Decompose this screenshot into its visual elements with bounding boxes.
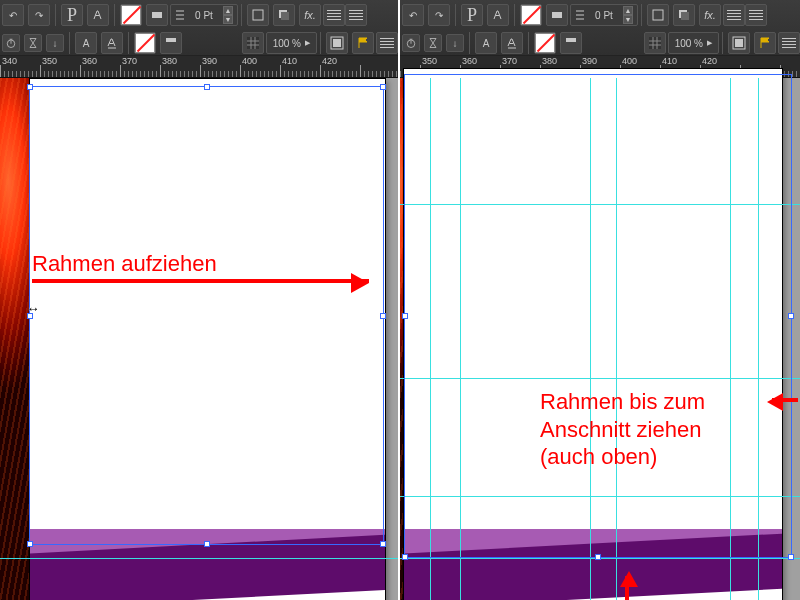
rect-shape-icon[interactable]	[647, 4, 669, 26]
rect-shape-icon[interactable]	[247, 4, 269, 26]
svg-rect-0	[152, 12, 162, 18]
hourglass-icon[interactable]	[24, 34, 42, 52]
horizontal-ruler[interactable]: 340 350 360 370 380 390 400 410 420	[0, 56, 398, 78]
opacity-value: 100 %	[675, 38, 703, 49]
drop-shadow-icon[interactable]	[673, 4, 695, 26]
separator	[514, 4, 515, 26]
ruler-labels: 350 360 370 380 390 400 410 420	[380, 56, 800, 66]
ruler-labels: 340 350 360 370 380 390 400 410 420	[0, 56, 398, 66]
tint-icon[interactable]	[546, 4, 568, 26]
svg-rect-6	[247, 37, 259, 49]
stopwatch-icon[interactable]	[402, 34, 420, 52]
selected-frame[interactable]	[404, 74, 792, 558]
text-options-icon[interactable]	[745, 4, 767, 26]
flag-icon[interactable]	[754, 32, 776, 54]
text-options-icon[interactable]	[345, 4, 367, 26]
separator	[455, 4, 456, 26]
grid-icon[interactable]	[242, 32, 264, 54]
stroke-swatch[interactable]	[534, 32, 556, 54]
annotation-arrow-right	[32, 279, 369, 283]
undo-icon[interactable]: ↶	[402, 4, 424, 26]
char-styles-icon[interactable]	[487, 4, 509, 26]
svg-rect-8	[333, 39, 341, 47]
stroke-swatch[interactable]	[134, 32, 156, 54]
opacity-field[interactable]: 100 % ▶	[668, 32, 719, 54]
svg-rect-3	[281, 12, 289, 20]
download-icon[interactable]: ↓	[446, 34, 464, 52]
svg-rect-14	[566, 38, 576, 42]
separator	[128, 32, 129, 54]
separator	[241, 4, 242, 26]
drop-shadow-icon[interactable]	[273, 4, 295, 26]
svg-rect-9	[552, 12, 562, 18]
ruler-major-ticks	[0, 65, 398, 77]
toolbar: ↶ ↷ P 0 Pt ▲▼	[0, 0, 398, 56]
story-panel-icon[interactable]	[323, 4, 345, 26]
separator	[69, 32, 70, 54]
fill-swatch[interactable]	[120, 4, 142, 26]
opacity-value: 100 %	[273, 38, 301, 49]
effects-button[interactable]: fx.	[699, 4, 721, 26]
svg-rect-10	[653, 10, 663, 20]
svg-rect-15	[649, 37, 661, 49]
undo-icon[interactable]: ↶	[2, 4, 24, 26]
paragraph-styles-button[interactable]: P	[61, 4, 83, 26]
separator	[320, 32, 321, 54]
char-style-icon[interactable]: A	[75, 32, 97, 54]
fill-swatch[interactable]	[520, 4, 542, 26]
paragraph-styles-button[interactable]: P	[461, 4, 483, 26]
annotation-left: Rahmen aufziehen	[32, 250, 217, 278]
annotation-arrow-left	[772, 398, 798, 402]
underline-style-icon[interactable]	[501, 32, 523, 54]
stepper-icon[interactable]: ▲▼	[623, 6, 633, 24]
separator	[641, 4, 642, 26]
stroke-weight-value: 0 Pt	[587, 10, 621, 21]
tint-icon[interactable]	[146, 4, 168, 26]
selected-frame[interactable]	[29, 86, 384, 545]
svg-rect-1	[253, 10, 263, 20]
grid-icon[interactable]	[644, 32, 666, 54]
separator	[55, 4, 56, 26]
svg-rect-5	[166, 38, 176, 42]
stepper-icon[interactable]: ▲▼	[223, 6, 233, 24]
separator	[722, 32, 723, 54]
drop-icon[interactable]	[160, 32, 182, 54]
stroke-weight-field[interactable]: 0 Pt ▲▼	[170, 4, 238, 26]
opacity-field[interactable]: 100 % ▶	[266, 32, 317, 54]
char-style-icon[interactable]: A	[475, 32, 497, 54]
panel-icon[interactable]	[376, 32, 398, 54]
redo-icon[interactable]: ↷	[28, 4, 50, 26]
left-pane: ↶ ↷ P 0 Pt ▲▼	[0, 0, 398, 600]
drop-icon[interactable]	[560, 32, 582, 54]
panel-icon[interactable]	[778, 32, 800, 54]
hourglass-icon[interactable]	[424, 34, 442, 52]
resize-cursor-icon: ↔	[24, 302, 42, 314]
separator	[528, 32, 529, 54]
canvas[interactable]: Rahmen bis zum Anschnitt ziehen (auch ob…	[400, 78, 800, 600]
guide-line[interactable]	[0, 558, 398, 559]
screen-mode-icon[interactable]	[728, 32, 750, 54]
story-panel-icon[interactable]	[723, 4, 745, 26]
screen-mode-icon[interactable]	[326, 32, 348, 54]
stroke-weight-value: 0 Pt	[187, 10, 221, 21]
separator	[114, 4, 115, 26]
background-photo	[0, 78, 29, 600]
stopwatch-icon[interactable]	[2, 34, 20, 52]
effects-button[interactable]: fx.	[299, 4, 321, 26]
annotation-right: Rahmen bis zum Anschnitt ziehen (auch ob…	[540, 388, 705, 471]
download-icon[interactable]: ↓	[46, 34, 64, 52]
canvas[interactable]: ↔ Rahmen aufziehen	[0, 78, 398, 600]
underline-style-icon[interactable]	[101, 32, 123, 54]
toolbar: ↶ ↷ P 0 Pt ▲▼	[400, 0, 800, 56]
right-pane: ↶ ↷ P 0 Pt ▲▼	[400, 0, 800, 600]
stroke-weight-field[interactable]: 0 Pt ▲▼	[570, 4, 638, 26]
char-styles-icon[interactable]	[87, 4, 109, 26]
flag-icon[interactable]	[352, 32, 374, 54]
redo-icon[interactable]: ↷	[428, 4, 450, 26]
separator	[469, 32, 470, 54]
annotation-arrow-up	[625, 576, 629, 600]
svg-rect-17	[735, 39, 743, 47]
svg-rect-12	[681, 12, 689, 20]
